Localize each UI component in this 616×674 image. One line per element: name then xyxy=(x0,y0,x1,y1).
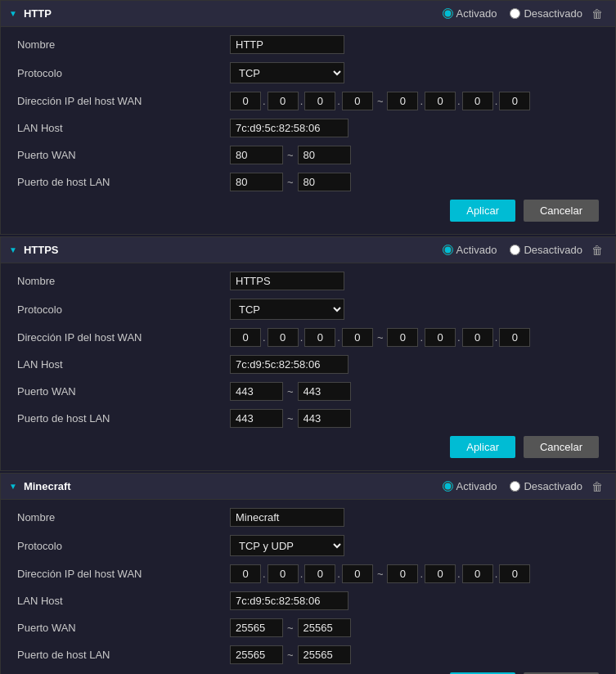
name-label-https: Nombre xyxy=(17,275,230,287)
wan-port-to-minecraft[interactable] xyxy=(298,618,351,637)
form-row-wan-port-label-minecraft: Puerto WAN ~ xyxy=(17,618,599,637)
section-status-controls-minecraft: ActivadoDesactivado xyxy=(443,480,582,492)
desactivado-label-minecraft: Desactivado xyxy=(524,480,582,492)
wan-ip-to-2-https[interactable] xyxy=(425,328,456,347)
cancel-button-http[interactable]: Cancelar xyxy=(524,200,599,222)
form-row-name-label-https: Nombre xyxy=(17,272,599,290)
wan-ip-to-3-minecraft[interactable] xyxy=(462,564,493,583)
wan-ip-to-4-http[interactable] xyxy=(499,92,530,110)
wan-ip-from-1-http[interactable] xyxy=(230,92,261,110)
controls-wan-ip-label-minecraft: . . . ~ . . . xyxy=(230,564,599,583)
protocol-select-minecraft[interactable]: TCPUDPTCP y UDP xyxy=(230,535,344,556)
radio-activado-https[interactable]: Activado xyxy=(443,244,497,256)
wan-ip-to-3-http[interactable] xyxy=(462,92,493,110)
lan-port-from-https[interactable] xyxy=(230,409,283,428)
radio-activado-http[interactable]: Activado xyxy=(443,7,497,20)
protocol-select-https[interactable]: TCPUDPTCP y UDP xyxy=(230,299,344,320)
lan-host-input-http[interactable] xyxy=(230,119,348,137)
radio-desactivado-minecraft[interactable]: Desactivado xyxy=(510,480,582,492)
name-label-http: Nombre xyxy=(17,38,230,51)
wan-ip-from-2-http[interactable] xyxy=(268,92,299,110)
wan-ip-to-2-minecraft[interactable] xyxy=(425,564,456,583)
collapse-arrow-icon[interactable]: ▼ xyxy=(9,245,17,254)
section-title-http: HTTP xyxy=(24,7,52,20)
section-body-http: NombreProtocoloTCPUDPTCP y UDPDirección … xyxy=(1,27,615,234)
controls-wan-port-label-http: ~ xyxy=(230,146,599,164)
wan-ip-to-1-minecraft[interactable] xyxy=(387,564,418,583)
wan-ip-to-2-http[interactable] xyxy=(425,92,456,110)
radio-desactivado-https[interactable]: Desactivado xyxy=(510,244,582,256)
form-row-lan-host-label-minecraft: LAN Host xyxy=(17,591,599,610)
wan-ip-from-3-http[interactable] xyxy=(304,92,335,110)
wan-ip-from-4-https[interactable] xyxy=(342,328,373,347)
wan-ip-to-1-https[interactable] xyxy=(387,328,418,347)
form-row-lan-port-label-http: Puerto de host LAN ~ xyxy=(17,173,599,191)
name-input-https[interactable] xyxy=(230,272,344,290)
name-label-minecraft: Nombre xyxy=(17,511,230,523)
form-row-lan-host-label-https: LAN Host xyxy=(17,355,599,374)
wan-ip-from-4-http[interactable] xyxy=(342,92,373,110)
wan-ip-from-2-https[interactable] xyxy=(268,328,299,347)
protocol-select-http[interactable]: TCPUDPTCP y UDP xyxy=(230,62,344,83)
wan-ip-to-4-https[interactable] xyxy=(499,328,530,347)
section-https: ▼HTTPSActivadoDesactivado🗑NombreProtocol… xyxy=(0,236,616,471)
wan-ip-from-3-minecraft[interactable] xyxy=(304,564,335,583)
collapse-arrow-icon[interactable]: ▼ xyxy=(9,9,17,18)
section-minecraft: ▼MinecraftActivadoDesactivado🗑NombreProt… xyxy=(0,473,616,674)
wan-ip-from-4-minecraft[interactable] xyxy=(342,564,373,583)
lan-port-from-minecraft[interactable] xyxy=(230,645,283,664)
lan-port-to-minecraft[interactable] xyxy=(298,645,351,664)
form-row-wan-port-label-https: Puerto WAN ~ xyxy=(17,382,599,401)
wan-port-from-minecraft[interactable] xyxy=(230,618,283,637)
wan-ip-to-3-https[interactable] xyxy=(462,328,493,347)
name-input-minecraft[interactable] xyxy=(230,508,344,527)
wan-port-from-http[interactable] xyxy=(230,146,283,164)
lan-host-input-minecraft[interactable] xyxy=(230,591,348,610)
controls-lan-port-label-http: ~ xyxy=(230,173,599,191)
controls-protocol-label-http: TCPUDPTCP y UDP xyxy=(230,62,599,83)
form-row-name-label-minecraft: Nombre xyxy=(17,508,599,527)
wan-ip-to-1-http[interactable] xyxy=(387,92,418,110)
wan-ip-from-3-https[interactable] xyxy=(304,328,335,347)
radio-desactivado-http[interactable]: Desactivado xyxy=(510,7,582,20)
controls-lan-host-label-minecraft xyxy=(230,591,599,610)
lan-port-to-http[interactable] xyxy=(298,173,351,191)
lan-port-to-https[interactable] xyxy=(298,409,351,428)
form-row-name-label-http: Nombre xyxy=(17,35,599,54)
cancel-button-https[interactable]: Cancelar xyxy=(524,436,599,458)
wan-port-to-https[interactable] xyxy=(298,382,351,401)
desactivado-label-http: Desactivado xyxy=(524,7,582,20)
controls-name-label-http xyxy=(230,35,599,54)
form-row-lan-port-label-https: Puerto de host LAN ~ xyxy=(17,409,599,428)
section-title-minecraft: Minecraft xyxy=(24,480,71,492)
wan-port-label-minecraft: Puerto WAN xyxy=(17,622,230,634)
delete-button-http[interactable]: 🗑 xyxy=(587,6,607,22)
wan-ip-to-4-minecraft[interactable] xyxy=(499,564,530,583)
apply-button-http[interactable]: Aplicar xyxy=(450,200,515,222)
controls-wan-port-label-https: ~ xyxy=(230,382,599,401)
wan-port-from-https[interactable] xyxy=(230,382,283,401)
lan-port-from-http[interactable] xyxy=(230,173,283,191)
section-http: ▼HTTPActivadoDesactivado🗑NombreProtocolo… xyxy=(0,0,616,235)
apply-button-https[interactable]: Aplicar xyxy=(450,436,515,458)
collapse-arrow-icon[interactable]: ▼ xyxy=(9,482,17,491)
lan-host-label-https: LAN Host xyxy=(17,358,230,371)
name-input-http[interactable] xyxy=(230,35,344,54)
wan-ip-from-1-minecraft[interactable] xyxy=(230,564,261,583)
wan-ip-from-1-https[interactable] xyxy=(230,328,261,347)
wan-port-label-http: Puerto WAN xyxy=(17,149,230,161)
wan-port-to-http[interactable] xyxy=(298,146,351,164)
delete-button-minecraft[interactable]: 🗑 xyxy=(587,479,607,495)
radio-activado-minecraft[interactable]: Activado xyxy=(443,480,497,492)
section-body-https: NombreProtocoloTCPUDPTCP y UDPDirección … xyxy=(1,263,615,470)
lan-port-label-http: Puerto de host LAN xyxy=(17,176,230,188)
delete-button-https[interactable]: 🗑 xyxy=(587,242,607,258)
wan-ip-label-http: Dirección IP del host WAN xyxy=(17,95,230,107)
desactivado-label-https: Desactivado xyxy=(524,244,582,256)
wan-ip-from-2-minecraft[interactable] xyxy=(268,564,299,583)
lan-host-input-https[interactable] xyxy=(230,355,348,374)
form-row-protocol-label-http: ProtocoloTCPUDPTCP y UDP xyxy=(17,62,599,83)
controls-protocol-label-minecraft: TCPUDPTCP y UDP xyxy=(230,535,599,556)
protocol-label-https: Protocolo xyxy=(17,303,230,316)
controls-lan-host-label-http xyxy=(230,119,599,137)
